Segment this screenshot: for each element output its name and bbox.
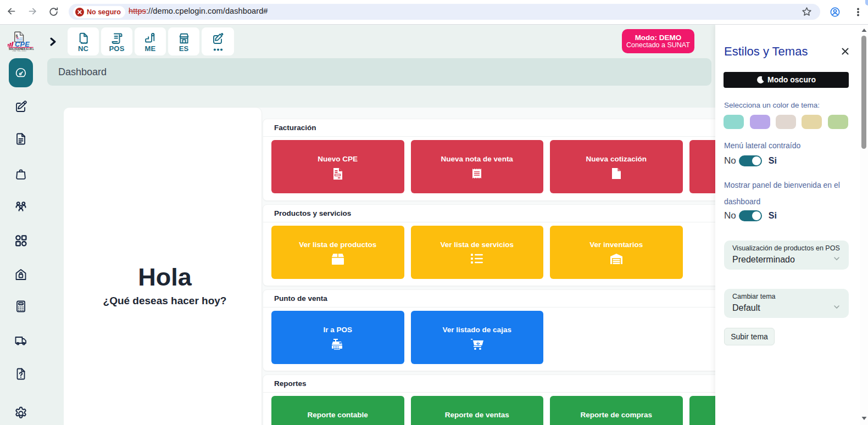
svg-text:JNE TEL 2020: JNE TEL 2020 bbox=[13, 50, 27, 52]
